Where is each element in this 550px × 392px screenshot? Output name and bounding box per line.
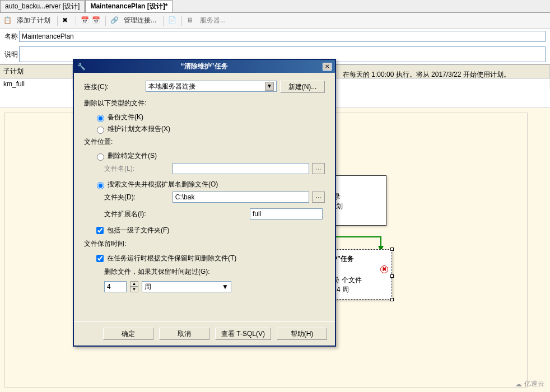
document-tabs: auto_backu...erver [设计] MaintenancePlan … (0, 0, 550, 13)
connection-value: 本地服务器连接 (148, 82, 195, 91)
radio-backup-files[interactable] (97, 115, 104, 122)
age-spinner[interactable]: ▲▼ (130, 281, 138, 292)
close-icon[interactable]: ✕ (323, 63, 332, 71)
calendar-icon[interactable]: 📅 (81, 16, 90, 25)
age-number-input[interactable] (104, 281, 127, 292)
radio-backup-label: 备份文件(K) (108, 113, 143, 122)
delete-type-label: 删除以下类型的文件: (84, 99, 325, 108)
calendar-x-icon[interactable]: 📅 (92, 16, 101, 25)
tab-autobackup[interactable]: auto_backu...erver [设计] (0, 0, 85, 12)
add-subplan-icon: 📋 (3, 16, 12, 25)
name-row: 名称 MaintenancePlan (0, 29, 550, 44)
desc-label: 说明 (4, 50, 19, 59)
error-icon: ✖ (380, 265, 388, 273)
dialog-title: “清除维护”任务 (181, 62, 228, 71)
file-location-label: 文件位置: (84, 137, 325, 147)
connections-icon: 🔗 (110, 16, 119, 25)
report-icon[interactable]: 📄 (168, 16, 177, 25)
add-subplan-button[interactable]: 添加子计划 (15, 15, 53, 26)
extension-input[interactable] (250, 208, 323, 220)
chevron-down-icon[interactable]: ▼ (222, 283, 229, 291)
col-subplan[interactable]: 子计划 (0, 65, 73, 78)
radio-report-files[interactable] (97, 127, 104, 134)
age-threshold-label: 删除文件，如果其保留时间超过(G): (104, 267, 325, 277)
name-label: 名称 (4, 32, 19, 41)
age-unit-combo[interactable]: 周 ▼ (142, 281, 231, 292)
cancel-button[interactable]: 取消 (159, 328, 209, 340)
chevron-down-icon[interactable]: ▼ (265, 82, 274, 91)
name-field[interactable]: MaintenancePlan (19, 31, 546, 42)
spin-up-icon[interactable]: ▲ (130, 281, 138, 287)
dialog-titlebar[interactable]: 🔧 “清除维护”任务 ✕ (74, 60, 335, 73)
schedule-text: 在每天的 1:00:00 执行。将从 2017/3/22 开始使用计划。 (343, 70, 510, 80)
view-tsql-button[interactable]: 查看 T-SQL(V) (215, 328, 271, 340)
age-unit-value: 周 (145, 282, 151, 292)
include-subfolders-checkbox[interactable] (96, 227, 104, 234)
manage-connections-button[interactable]: 管理连接... (122, 15, 159, 26)
row-subplan[interactable]: km_full (0, 78, 73, 90)
delete-by-age-label: 在任务运行时根据文件保留时间删除文件(T) (107, 254, 236, 263)
radio-search-label: 搜索文件夹并根据扩展名删除文件(O) (108, 180, 218, 189)
ok-button[interactable]: 确定 (103, 328, 153, 340)
connection-label: 连接(C): (84, 82, 146, 92)
browse-file-button: ... (312, 163, 325, 174)
wizard-icon: 🔧 (77, 63, 86, 71)
extension-label: 文件扩展名(I): (104, 209, 177, 219)
servers-button: 服务器... (198, 15, 228, 26)
filename-input (173, 163, 309, 174)
filename-label: 文件名(L): (104, 164, 173, 174)
delete-by-age-checkbox[interactable] (96, 255, 104, 262)
cleanup-task-dialog: 🔧 “清除维护”任务 ✕ 连接(C): 本地服务器连接 ▼ 新建(N)... 删… (73, 59, 336, 347)
connection-combo[interactable]: 本地服务器连接 ▼ (146, 81, 277, 92)
radio-specific-label: 删除特定文件(S) (108, 151, 157, 161)
cloud-icon: ☁ (515, 380, 522, 388)
include-subfolders-label: 包括一级子文件夹(F) (107, 226, 169, 235)
folder-input[interactable] (173, 192, 309, 203)
radio-search-folder[interactable] (97, 182, 104, 189)
close-icon[interactable]: ✖ (62, 16, 71, 25)
radio-specific-file[interactable] (97, 153, 104, 161)
watermark: ☁ 亿速云 (515, 379, 544, 389)
radio-report-label: 维护计划文本报告(X) (108, 124, 170, 134)
tab-maintenanceplan[interactable]: MaintenancePlan [设计]* (85, 0, 173, 12)
browse-folder-button[interactable]: ... (312, 192, 325, 203)
watermark-text: 亿速云 (524, 379, 544, 389)
toolbar: 📋 添加子计划 ✖ 📅 📅 🔗 管理连接... 📄 🖥 服务器... (0, 13, 550, 29)
help-button[interactable]: 帮助(H) (277, 328, 327, 340)
spin-down-icon[interactable]: ▼ (130, 287, 138, 292)
new-connection-button[interactable]: 新建(N)... (280, 81, 325, 93)
retention-label: 文件保留时间: (84, 239, 325, 249)
servers-icon: 🖥 (187, 16, 195, 25)
folder-label: 文件夹(D): (104, 193, 173, 202)
